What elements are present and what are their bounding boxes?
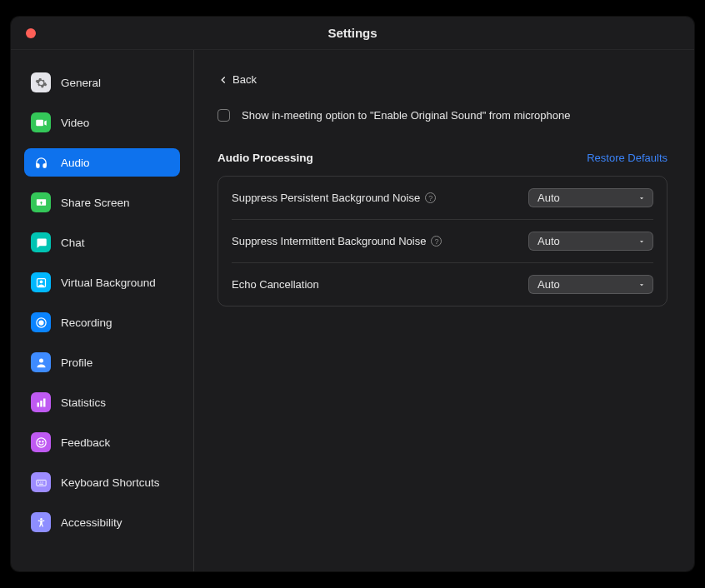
- content-area: Back Show in-meeting option to "Enable O…: [194, 50, 694, 571]
- chevron-left-icon: [218, 74, 229, 86]
- sidebar-item-label: Share Screen: [61, 197, 130, 209]
- original-sound-row: Show in-meeting option to "Enable Origin…: [218, 109, 668, 122]
- sidebar-item-audio[interactable]: Audio: [24, 148, 180, 177]
- sidebar-item-chat[interactable]: Chat: [24, 228, 180, 257]
- audio-processing-panel: Suppress Persistent Background Noise ?Au…: [218, 176, 668, 306]
- sidebar-item-recording[interactable]: Recording: [24, 308, 180, 336]
- panel-row-label: Echo Cancellation: [232, 278, 319, 291]
- profile-icon: [31, 352, 51, 372]
- sidebar-item-label: Keyboard Shortcuts: [61, 476, 160, 489]
- back-label: Back: [232, 73, 257, 86]
- info-icon[interactable]: ?: [425, 192, 436, 203]
- svg-rect-16: [39, 483, 43, 484]
- keyboard-icon: [31, 472, 51, 492]
- sidebar-item-share-screen[interactable]: Share Screen: [24, 188, 180, 217]
- svg-point-5: [39, 358, 43, 362]
- accessibility-icon: [31, 512, 51, 532]
- back-button[interactable]: Back: [218, 73, 257, 86]
- sidebar-item-virtual-background[interactable]: Virtual Background: [24, 268, 180, 296]
- svg-point-11: [42, 441, 42, 441]
- smile-icon: [31, 432, 51, 452]
- svg-point-2: [39, 280, 42, 283]
- panel-row: Echo Cancellation Auto: [232, 263, 653, 306]
- original-sound-checkbox[interactable]: [218, 109, 230, 122]
- settings-window: Settings GeneralVideoAudioShare ScreenCh…: [11, 17, 694, 571]
- share-icon: [31, 192, 51, 212]
- sidebar-item-label: General: [61, 77, 101, 89]
- sidebar-item-label: Recording: [61, 316, 112, 329]
- dropdown-value: Auto: [538, 192, 560, 204]
- traffic-lights: [26, 28, 36, 38]
- sidebar-item-video[interactable]: Video: [24, 108, 180, 137]
- svg-point-17: [40, 517, 42, 520]
- svg-point-15: [42, 481, 42, 482]
- video-icon: [31, 112, 51, 132]
- svg-rect-12: [36, 480, 45, 486]
- dropdown-value: Auto: [538, 235, 560, 247]
- svg-point-14: [40, 481, 41, 482]
- window-title: Settings: [328, 26, 377, 40]
- portrait-icon: [31, 272, 51, 292]
- sidebar-item-accessibility[interactable]: Accessibility: [24, 508, 180, 536]
- sidebar-item-keyboard-shortcuts[interactable]: Keyboard Shortcuts: [24, 468, 180, 496]
- window-body: GeneralVideoAudioShare ScreenChatVirtual…: [11, 50, 694, 571]
- stats-icon: [31, 392, 51, 412]
- section-title: Audio Processing: [218, 152, 313, 164]
- svg-rect-6: [37, 402, 39, 406]
- svg-rect-8: [43, 398, 46, 406]
- original-sound-label: Show in-meeting option to "Enable Origin…: [242, 109, 570, 122]
- sidebar: GeneralVideoAudioShare ScreenChatVirtual…: [11, 50, 194, 571]
- svg-point-4: [39, 321, 43, 325]
- close-window-button[interactable]: [26, 28, 36, 38]
- restore-defaults-link[interactable]: Restore Defaults: [587, 152, 668, 164]
- sidebar-item-label: Statistics: [61, 396, 106, 409]
- dropdown-echo-cancellation[interactable]: Auto: [528, 275, 653, 294]
- sidebar-item-statistics[interactable]: Statistics: [24, 388, 180, 416]
- sidebar-item-general[interactable]: General: [24, 68, 180, 97]
- headphones-icon: [31, 152, 51, 172]
- section-header: Audio Processing Restore Defaults: [218, 152, 668, 164]
- sidebar-item-label: Audio: [61, 157, 90, 169]
- dropdown-suppress-persistent-background-noise[interactable]: Auto: [528, 188, 653, 207]
- chat-icon: [31, 232, 51, 252]
- chevron-down-icon: [638, 194, 646, 202]
- panel-row: Suppress Intermittent Background Noise ?…: [232, 220, 653, 263]
- svg-rect-7: [40, 401, 42, 407]
- svg-point-10: [39, 441, 40, 441]
- sidebar-item-label: Profile: [61, 356, 92, 369]
- dropdown-value: Auto: [538, 278, 560, 291]
- chevron-down-icon: [638, 281, 646, 289]
- record-icon: [31, 312, 51, 332]
- sidebar-item-label: Feedback: [61, 436, 110, 449]
- sidebar-item-label: Virtual Background: [61, 277, 156, 289]
- chevron-down-icon: [638, 237, 646, 246]
- dropdown-suppress-intermittent-background-noise[interactable]: Auto: [528, 232, 653, 251]
- svg-point-13: [38, 481, 38, 482]
- sidebar-item-profile[interactable]: Profile: [24, 348, 180, 376]
- sidebar-item-label: Video: [61, 117, 89, 129]
- svg-point-9: [36, 437, 45, 446]
- panel-row-label: Suppress Intermittent Background Noise ?: [232, 235, 442, 247]
- panel-row-label: Suppress Persistent Background Noise ?: [232, 192, 436, 204]
- panel-row: Suppress Persistent Background Noise ?Au…: [232, 177, 653, 220]
- titlebar: Settings: [11, 17, 694, 50]
- gear-icon: [31, 72, 51, 92]
- info-icon[interactable]: ?: [431, 236, 442, 247]
- sidebar-item-label: Chat: [61, 237, 85, 249]
- sidebar-item-label: Accessibility: [61, 516, 122, 529]
- sidebar-item-feedback[interactable]: Feedback: [24, 428, 180, 456]
